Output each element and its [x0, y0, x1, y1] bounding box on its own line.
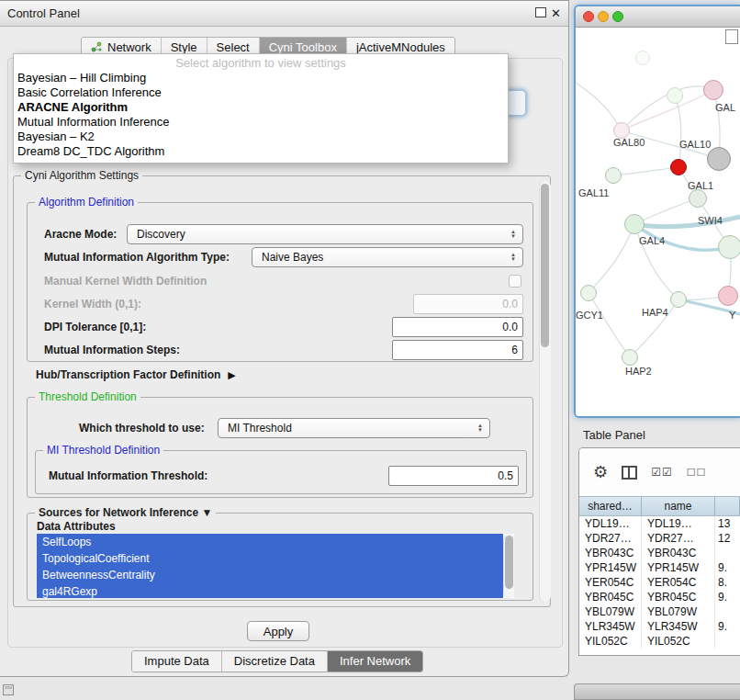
expand-right-icon: ▶: [228, 369, 235, 380]
cyni-algorithm-settings-group: Cyni Algorithm Settings Algorithm Defini…: [13, 175, 551, 607]
zoom-traffic-light[interactable]: [612, 11, 623, 22]
attribute-item-selected[interactable]: BetweennessCentrality: [37, 567, 503, 583]
cell: 9.: [715, 560, 740, 575]
tab-label: Select: [217, 40, 250, 54]
deselect-all-icon[interactable]: ☐☐: [687, 467, 707, 479]
table-row[interactable]: YBL079WYBL079W: [579, 604, 740, 619]
hub-tf-expander[interactable]: Hub/Transcription Factor Definition▶: [36, 368, 236, 381]
table-row[interactable]: YDR27…YDR27…12: [579, 531, 740, 546]
network-node[interactable]: [718, 235, 740, 259]
network-node[interactable]: [718, 286, 738, 306]
attribute-item-selected[interactable]: SelfLoops: [37, 534, 503, 550]
column-header-name[interactable]: name: [642, 497, 715, 515]
network-node[interactable]: [635, 51, 650, 65]
column-header-shared-name[interactable]: shared…: [579, 497, 642, 515]
cell: YIL052C: [642, 634, 715, 649]
network-node[interactable]: [605, 167, 622, 184]
algorithm-option[interactable]: Bayesian – Hill Climbing: [14, 71, 508, 85]
cell: YBR043C: [579, 546, 642, 560]
cell: 9.: [715, 590, 740, 604]
network-node[interactable]: [689, 189, 707, 208]
mi-threshold-label: Mutual Information Threshold:: [49, 466, 207, 486]
mi-threshold-input[interactable]: [388, 466, 519, 486]
close-window-icon[interactable]: ✕: [551, 7, 561, 19]
cell: 9.: [715, 619, 740, 634]
column-header-extra[interactable]: [715, 497, 740, 515]
aracne-mode-select[interactable]: Discovery ▲▼: [127, 224, 523, 244]
close-traffic-light[interactable]: [583, 11, 594, 22]
apply-button[interactable]: Apply: [247, 621, 309, 641]
cell: 13: [715, 516, 740, 531]
network-window-titlebar[interactable]: [576, 6, 740, 28]
settings-scrollbar-thumb[interactable]: [541, 184, 549, 347]
table-row[interactable]: YIL052CYIL052C: [579, 634, 740, 649]
minimize-traffic-light[interactable]: [598, 11, 609, 22]
columns-icon[interactable]: [622, 466, 637, 480]
attribute-item-selected[interactable]: gal4RGexp: [37, 583, 503, 598]
table-row[interactable]: YER054CYER054C8.: [579, 575, 740, 590]
attribute-item-selected[interactable]: TopologicalCoefficient: [37, 550, 503, 567]
node-label: SWI4: [698, 215, 723, 226]
mi-algorithm-type-select[interactable]: Naive Bayes ▲▼: [252, 247, 523, 267]
cell: YBR043C: [642, 546, 715, 560]
network-node[interactable]: [667, 87, 683, 104]
node-label: GAL1: [688, 180, 713, 191]
network-node[interactable]: [670, 291, 687, 308]
cell: YER054C: [642, 575, 715, 590]
network-node[interactable]: [624, 214, 645, 234]
algorithm-option[interactable]: Dream8 DC_TDC Algorithm: [14, 144, 508, 159]
network-node[interactable]: [703, 80, 723, 100]
settings-scrollbar[interactable]: [539, 181, 551, 602]
tab-infer-network[interactable]: Infer Network: [328, 651, 422, 672]
node-label: GCY1: [576, 310, 603, 321]
cell: YER054C: [579, 575, 642, 590]
group-title: Threshold Definition: [35, 390, 140, 403]
control-panel-window: Control Panel ✕ Network Style Select Cyn…: [0, 0, 569, 677]
dpi-tolerance-input[interactable]: [392, 317, 523, 337]
algorithm-option[interactable]: Basic Correlation Inference: [14, 85, 508, 100]
mi-steps-input[interactable]: [392, 340, 523, 360]
tab-label: jActiveMNodules: [356, 40, 445, 54]
node-label: Y: [729, 310, 735, 321]
select-all-icon[interactable]: ☑☑: [651, 466, 673, 479]
gear-icon[interactable]: ⚙: [593, 462, 608, 482]
hub-tf-label: Hub/Transcription Factor Definition: [36, 368, 220, 381]
which-threshold-label: Which threshold to use:: [79, 418, 205, 438]
kernel-width-input: [413, 294, 523, 314]
mi-threshold-definition-group: MI Threshold Definition Mutual Informati…: [35, 450, 527, 494]
group-title: Cyni Algorithm Settings: [21, 169, 142, 182]
cell: YLR345W: [579, 619, 642, 634]
network-canvas[interactable]: GAL GAL80 GAL10 GAL11 GAL1 SWI4 GAL4 GCY…: [576, 28, 740, 417]
network-node[interactable]: [707, 147, 731, 171]
network-node[interactable]: [580, 285, 597, 301]
kernel-width-label: Kernel Width (0,1):: [44, 294, 141, 314]
table-row[interactable]: YLR345WYLR345W9.: [579, 619, 740, 634]
cell: [715, 634, 740, 649]
panel-toggle-icon[interactable]: [3, 684, 14, 695]
cell: YBR045C: [579, 590, 642, 604]
table-row[interactable]: YBR045CYBR045C9.: [579, 590, 740, 604]
network-node[interactable]: [622, 349, 638, 366]
attributes-scrollbar[interactable]: [503, 534, 514, 598]
float-window-icon[interactable]: [535, 7, 546, 17]
which-threshold-select[interactable]: MI Threshold ▲▼: [218, 418, 490, 438]
table-panel-title: Table Panel: [583, 428, 645, 442]
algorithm-option[interactable]: Mutual Information Inference: [14, 115, 508, 130]
control-panel-titlebar[interactable]: Control Panel ✕: [0, 1, 568, 27]
threshold-definition-group: Threshold Definition Which threshold to …: [27, 397, 533, 498]
network-scroll-corner[interactable]: [725, 29, 738, 44]
algorithm-option[interactable]: Bayesian – K2: [14, 130, 508, 144]
table-row[interactable]: YPR145WYPR145W9.: [579, 560, 740, 575]
table-body: YDL19…YDL19…13 YDR27…YDR27…12 YBR043CYBR…: [579, 516, 740, 649]
window-title: Control Panel: [7, 6, 80, 20]
algorithm-option-selected[interactable]: ARACNE Algorithm: [14, 100, 508, 115]
combo-arrows-icon: ▲▼: [477, 419, 483, 437]
tab-discretize-data[interactable]: Discretize Data: [222, 651, 328, 672]
attributes-scrollbar-thumb[interactable]: [505, 536, 513, 589]
table-row[interactable]: YBR043CYBR043C: [579, 546, 740, 560]
table-toolbar: ⚙ ☑☑ ☐☐: [579, 448, 740, 496]
network-node-red[interactable]: [670, 159, 687, 175]
tab-impute-data[interactable]: Impute Data: [132, 651, 222, 672]
algorithm-definition-group: Algorithm Definition Aracne Mode: Discov…: [27, 202, 533, 362]
table-row[interactable]: YDL19…YDL19…13: [579, 516, 740, 531]
